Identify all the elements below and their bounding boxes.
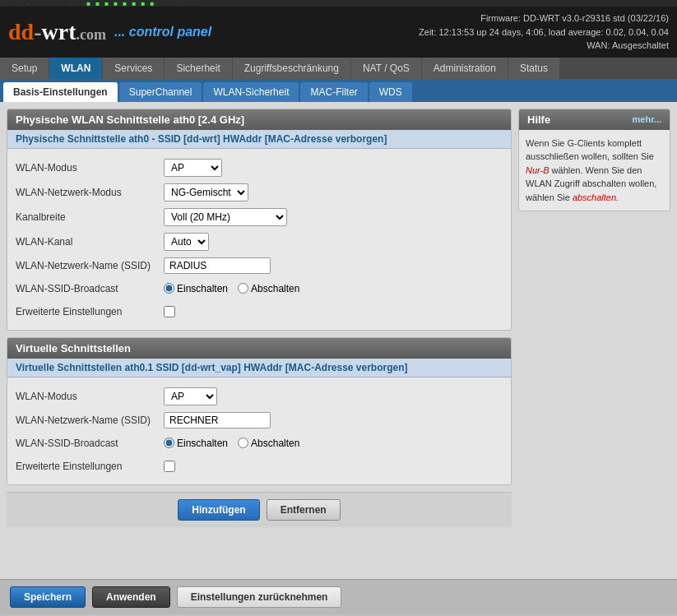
wlan-kanal-control[interactable]: Auto1234567891011: [164, 233, 209, 251]
virt-wlan-modus-control[interactable]: AP Client: [164, 387, 217, 405]
erweitert-checkbox[interactable]: [164, 306, 175, 317]
broadcast-on-label[interactable]: Einschalten: [164, 283, 228, 294]
help-header: Hilfe mehr...: [519, 109, 670, 130]
sub-tab-wds[interactable]: WDS: [369, 82, 412, 102]
nav-tab-admin[interactable]: Administration: [422, 58, 508, 79]
virt-broadcast-row: WLAN-SSID-Broadcast Einschalten Abschalt…: [16, 432, 503, 455]
virt-broadcast-on-text: Einschalten: [177, 438, 228, 449]
help-box: Hilfe mehr... Wenn Sie G-Clients komplet…: [518, 109, 670, 212]
kanalbreite-select[interactable]: Voll (20 MHz)Halbe (10 MHz)Viertel (5 MH…: [164, 208, 287, 226]
virt-erweitert-control[interactable]: [164, 461, 175, 472]
broadcast-control: Einschalten Abschalten: [164, 283, 299, 294]
kanalbreite-label: Kanalbreite: [16, 211, 164, 223]
logo-wrt: wrt: [41, 19, 76, 44]
virtual-form: WLAN-Modus AP Client WLAN-Netzwerk-Name …: [7, 377, 511, 484]
wlan-modus-label: WLAN-Modus: [16, 162, 164, 174]
save-button[interactable]: Speichern: [10, 586, 86, 608]
sub-nav: Basis-Einstellungen SuperChannel WLAN-Si…: [0, 79, 677, 102]
logo: dd-wrt.com: [8, 19, 106, 45]
kanalbreite-row: Kanalbreite Voll (20 MHz)Halbe (10 MHz)V…: [16, 205, 503, 229]
help-more-link[interactable]: mehr...: [633, 114, 661, 124]
wlan-kanal-label: WLAN-Kanal: [16, 236, 164, 248]
help-text-italic2: abschalten.: [573, 192, 619, 202]
nav-tab-zugriff[interactable]: Zugriffsbeschränkung: [233, 58, 350, 79]
physical-section-title: Physische WLAN Schnittstelle ath0 [2.4 G…: [7, 109, 511, 130]
add-button[interactable]: Hinzufügen: [178, 499, 259, 521]
nav-tab-sicherheit[interactable]: Sicherheit: [165, 58, 231, 79]
virt-broadcast-off-radio[interactable]: [238, 438, 248, 448]
reset-button[interactable]: Einstellungen zurücknehmen: [177, 586, 342, 608]
virtual-section-title: Virtuelle Schnittstellen: [7, 338, 511, 359]
netzwerk-modus-label: WLAN-Netzwerk-Modus: [16, 187, 164, 198]
help-content: Wenn Sie G-Clients komplett ausschließen…: [519, 130, 670, 211]
logo-area: dd-wrt.com ... control panel: [8, 19, 211, 45]
virt-wlan-modus-select[interactable]: AP Client: [164, 387, 217, 405]
virt-erweitert-row: Erweiterte Einstellungen: [16, 455, 503, 478]
virt-wlan-modus-row: WLAN-Modus AP Client: [16, 384, 503, 409]
wlan-modus-row: WLAN-Modus APClientAdhocMonitor: [16, 155, 503, 180]
virt-broadcast-on-radio[interactable]: [164, 438, 174, 448]
erweitert-row: Erweiterte Einstellungen: [16, 300, 503, 323]
netzwerk-modus-select[interactable]: NG-GemischtN-OnlyG-OnlyB-OnlyDeaktiviert: [164, 183, 248, 201]
content-area: Physische WLAN Schnittstelle ath0 [2.4 G…: [0, 102, 677, 579]
nav-tab-status[interactable]: Status: [508, 58, 559, 79]
remove-button[interactable]: Entfernen: [267, 499, 341, 521]
virt-erweitert-checkbox[interactable]: [164, 461, 175, 472]
virt-broadcast-label: WLAN-SSID-Broadcast: [16, 438, 164, 449]
ssid-control[interactable]: [164, 257, 271, 274]
virt-ssid-label: WLAN-Netzwerk-Name (SSID): [16, 415, 164, 426]
sub-tab-super[interactable]: SuperChannel: [119, 82, 202, 102]
header: dd-wrt.com ... control panel Firmware: D…: [0, 7, 677, 58]
sub-tab-basis[interactable]: Basis-Einstellungen: [3, 82, 118, 102]
netzwerk-modus-row: WLAN-Netzwerk-Modus NG-GemischtN-OnlyG-O…: [16, 180, 503, 205]
virt-broadcast-control: Einschalten Abschalten: [164, 438, 299, 449]
nav-tab-wlan[interactable]: WLAN: [49, 58, 102, 79]
help-text-italic: Nur-B: [526, 165, 549, 175]
broadcast-off-radio[interactable]: [238, 283, 248, 294]
broadcast-on-radio[interactable]: [164, 283, 174, 294]
netzwerk-modus-control[interactable]: NG-GemischtN-OnlyG-OnlyB-OnlyDeaktiviert: [164, 183, 248, 201]
nav-tab-setup[interactable]: Setup: [0, 58, 49, 79]
sidebar: Hilfe mehr... Wenn Sie G-Clients komplet…: [518, 109, 670, 572]
firmware-info: Firmware: DD-WRT v3.0-r29316 std (03/22/…: [419, 12, 669, 25]
virt-broadcast-off-label[interactable]: Abschalten: [238, 438, 299, 449]
broadcast-on-text: Einschalten: [177, 283, 228, 294]
broadcast-off-label[interactable]: Abschalten: [238, 283, 299, 294]
action-area: Hinzufügen Entfernen: [7, 492, 512, 527]
virt-ssid-row: WLAN-Netzwerk-Name (SSID): [16, 409, 503, 432]
physical-subheader: Physische Schnittstelle ath0 - SSID [dd-…: [7, 130, 511, 149]
header-info: Firmware: DD-WRT v3.0-r29316 std (03/22/…: [419, 12, 669, 53]
virt-wlan-modus-label: WLAN-Modus: [16, 391, 164, 402]
ssid-row: WLAN-Netzwerk-Name (SSID): [16, 254, 503, 277]
physical-form: WLAN-Modus APClientAdhocMonitor WLAN-Net…: [7, 149, 511, 330]
apply-button[interactable]: Anwenden: [92, 586, 170, 608]
dots-decoration2: · · · · · · ·: [155, 0, 201, 7]
nav-tab-services[interactable]: Services: [103, 58, 164, 79]
nav-tab-nat[interactable]: NAT / QoS: [351, 58, 421, 79]
logo-dd: dd: [8, 19, 34, 44]
wlan-kanal-row: WLAN-Kanal Auto1234567891011: [16, 229, 503, 254]
erweitert-label: Erweiterte Einstellungen: [16, 306, 164, 317]
bottom-bar: Speichern Anwenden Einstellungen zurückn…: [0, 579, 677, 614]
sub-tab-mac[interactable]: MAC-Filter: [300, 82, 367, 102]
broadcast-row: WLAN-SSID-Broadcast Einschalten Abschalt…: [16, 277, 503, 300]
broadcast-off-text: Abschalten: [251, 283, 299, 294]
logo-com: .com: [76, 26, 105, 43]
help-title: Hilfe: [527, 113, 550, 126]
wlan-modus-select[interactable]: APClientAdhocMonitor: [164, 159, 222, 177]
broadcast-label: WLAN-SSID-Broadcast: [16, 283, 164, 294]
sub-tab-wlan-sec[interactable]: WLAN-Sicherheit: [203, 82, 299, 102]
kanalbreite-control[interactable]: Voll (20 MHz)Halbe (10 MHz)Viertel (5 MH…: [164, 208, 287, 226]
virt-ssid-control[interactable]: [164, 412, 271, 428]
wlan-kanal-select[interactable]: Auto1234567891011: [164, 233, 209, 251]
ssid-label: WLAN-Netzwerk-Name (SSID): [16, 260, 164, 271]
wlan-modus-control[interactable]: APClientAdhocMonitor: [164, 159, 222, 177]
wan-info: WAN: Ausgeschaltet: [419, 39, 669, 53]
erweitert-control[interactable]: [164, 306, 175, 317]
virt-broadcast-on-label[interactable]: Einschalten: [164, 438, 228, 449]
virt-erweitert-label: Erweiterte Einstellungen: [16, 461, 164, 472]
ssid-input[interactable]: [164, 257, 271, 274]
physical-section: Physische WLAN Schnittstelle ath0 [2.4 G…: [7, 109, 512, 331]
virt-ssid-input[interactable]: [164, 412, 271, 428]
virtual-subheader: Virtuelle Schnittstellen ath0.1 SSID [dd…: [7, 359, 511, 377]
